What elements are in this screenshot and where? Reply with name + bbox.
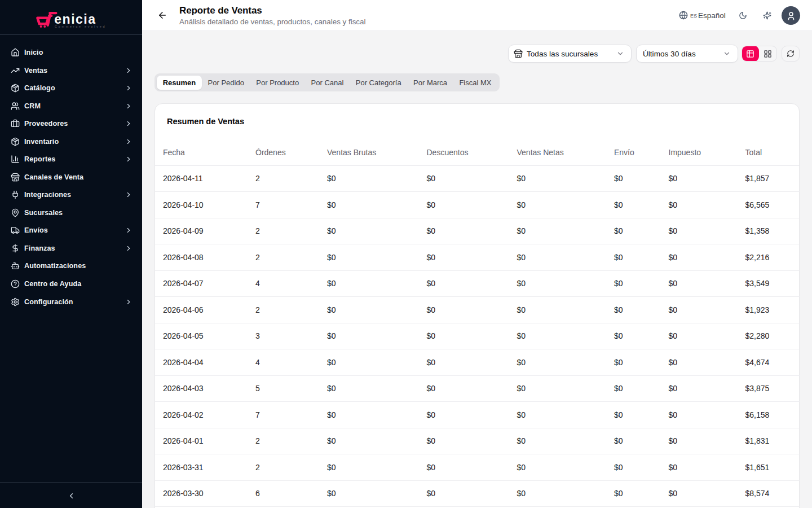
svg-text:Commerce evolved: Commerce evolved	[55, 25, 106, 28]
